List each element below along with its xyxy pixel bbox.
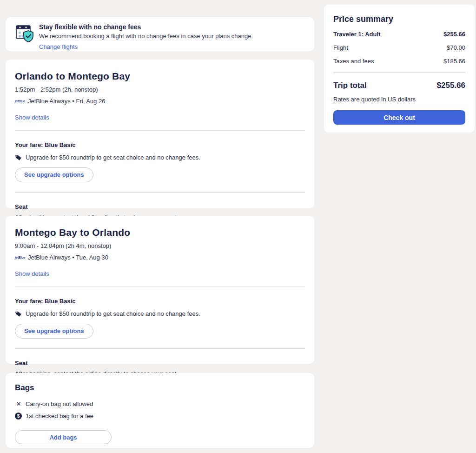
seat-label: Seat [15,360,305,366]
upgrade-row: Upgrade for $50 roundtrip to get seat ch… [15,154,305,161]
price-row-flight: Flight $70.00 [333,44,465,51]
price-tag-icon [15,154,22,161]
fare-label: Your fare: Blue Basic [15,298,305,305]
price-summary-title: Price summary [333,14,465,24]
airline-row: jetBlue JetBlue Airways • Tue, Aug 30 [15,254,305,261]
banner-body: We recommend booking a flight with no ch… [39,33,305,40]
bag-rule-row: $ 1st checked bag for a fee [15,413,305,420]
show-details-link[interactable]: Show details [15,270,49,277]
bag-rule-text: Carry-on bag not allowed [26,400,93,407]
jetblue-logo-icon: jetBlue [15,256,25,259]
flight-title: Montego Bay to Orlando [15,227,305,238]
flight-card-return: Montego Bay to Orlando 9:00am - 12:04pm … [6,216,314,364]
upgrade-text: Upgrade for $50 roundtrip to get seat ch… [26,154,200,161]
divider [15,130,305,131]
banner-title: Stay flexible with no change fees [39,23,305,31]
change-flights-link[interactable]: Change flights [39,43,78,50]
show-details-link[interactable]: Show details [15,114,49,121]
price-row-label: Taxes and fees [333,58,374,65]
divider [15,286,305,287]
price-row-value: $255.66 [443,31,465,38]
upgrade-row: Upgrade for $50 roundtrip to get seat ch… [15,310,305,317]
trip-total-row: Trip total $255.66 [333,81,465,90]
banner-text: Stay flexible with no change fees We rec… [39,23,305,51]
divider [15,192,305,193]
currency-note: Rates are quoted in US dollars [333,96,465,103]
fare-label: Your fare: Blue Basic [15,141,305,148]
checkout-page: Stay flexible with no change fees We rec… [0,0,476,453]
trip-total-label: Trip total [333,81,367,90]
price-row-label: Flight [333,44,348,51]
price-row-value: $70.00 [447,44,465,51]
calendar-shield-icon [16,24,34,45]
airline-label: JetBlue Airways • Fri, Aug 26 [28,98,105,105]
price-row-taxes: Taxes and fees $185.66 [333,58,465,65]
upgrade-text: Upgrade for $50 roundtrip to get seat ch… [26,310,200,317]
flight-time: 1:52pm - 2:52pm (2h, nonstop) [15,86,305,93]
divider [333,73,465,73]
flight-time: 9:00am - 12:04pm (2h 4m, nonstop) [15,242,305,249]
see-upgrade-options-button[interactable]: See upgrade options [15,324,93,339]
bag-rule-text: 1st checked bag for a fee [26,413,93,420]
x-icon: ✕ [15,400,22,407]
divider [15,348,305,349]
flight-card-outbound: Orlando to Montego Bay 1:52pm - 2:52pm (… [6,60,314,208]
trip-total-value: $255.66 [437,81,465,90]
price-summary-card: Price summary Traveler 1: Adult $255.66 … [324,5,475,133]
price-row-value: $185.66 [443,58,465,65]
jetblue-logo-icon: jetBlue [15,100,25,103]
dollar-circle-icon: $ [15,413,22,420]
see-upgrade-options-button[interactable]: See upgrade options [15,167,93,182]
bag-rule-row: ✕ Carry-on bag not allowed [15,400,305,407]
seat-label: Seat [15,203,305,210]
flexibility-banner: Stay flexible with no change fees We rec… [6,17,314,51]
price-row-traveler: Traveler 1: Adult $255.66 [333,31,465,38]
price-tag-icon [15,310,22,317]
flight-title: Orlando to Montego Bay [15,71,305,82]
add-bags-button[interactable]: Add bags [15,430,112,444]
price-row-label: Traveler 1: Adult [333,31,380,38]
bags-card: Bags ✕ Carry-on bag not allowed $ 1st ch… [6,373,314,448]
airline-label: JetBlue Airways • Tue, Aug 30 [28,254,108,261]
bags-title: Bags [15,383,305,393]
check-out-button[interactable]: Check out [333,110,465,125]
airline-row: jetBlue JetBlue Airways • Fri, Aug 26 [15,98,305,105]
